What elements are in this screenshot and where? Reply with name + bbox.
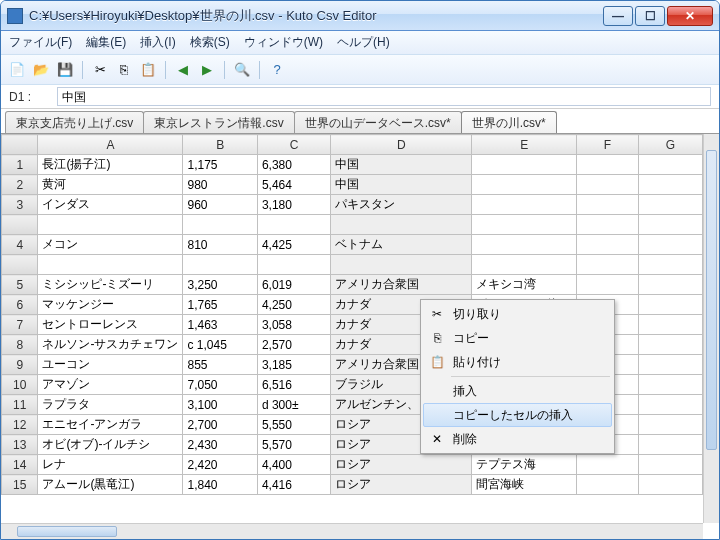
cell[interactable]: 3,180: [257, 195, 330, 215]
row-header[interactable]: [2, 215, 38, 235]
cell[interactable]: アメリカ合衆国: [331, 275, 472, 295]
row-header[interactable]: 13: [2, 435, 38, 455]
cell[interactable]: [257, 215, 330, 235]
cell[interactable]: ネルソン-サスカチェワン: [38, 335, 183, 355]
cell[interactable]: 7,050: [183, 375, 257, 395]
row-header[interactable]: 8: [2, 335, 38, 355]
cell[interactable]: [183, 215, 257, 235]
cell[interactable]: [577, 275, 639, 295]
cell[interactable]: ロシア: [331, 455, 472, 475]
cell[interactable]: [638, 295, 702, 315]
col-header[interactable]: C: [257, 135, 330, 155]
paste-icon[interactable]: 📋: [138, 60, 158, 80]
cell[interactable]: [472, 175, 577, 195]
cell[interactable]: 6,516: [257, 375, 330, 395]
cell[interactable]: 4,416: [257, 475, 330, 495]
cell[interactable]: 4,425: [257, 235, 330, 255]
cell[interactable]: [638, 335, 702, 355]
cell[interactable]: [331, 215, 472, 235]
cell[interactable]: 2,700: [183, 415, 257, 435]
row-header[interactable]: [2, 255, 38, 275]
scroll-thumb[interactable]: [706, 150, 717, 450]
cell[interactable]: 3,058: [257, 315, 330, 335]
cell[interactable]: 4,250: [257, 295, 330, 315]
cell[interactable]: [577, 455, 639, 475]
cell[interactable]: 1,765: [183, 295, 257, 315]
cell[interactable]: 960: [183, 195, 257, 215]
cell[interactable]: 1,175: [183, 155, 257, 175]
cell[interactable]: [472, 235, 577, 255]
menu-help[interactable]: ヘルプ(H): [337, 34, 390, 51]
cell[interactable]: セントローレンス: [38, 315, 183, 335]
cell[interactable]: [638, 195, 702, 215]
cell[interactable]: 3,100: [183, 395, 257, 415]
cell[interactable]: [638, 395, 702, 415]
context-item[interactable]: ✕削除: [423, 427, 612, 451]
cell[interactable]: 4,400: [257, 455, 330, 475]
row-header[interactable]: 9: [2, 355, 38, 375]
cell[interactable]: [638, 175, 702, 195]
row-header[interactable]: 3: [2, 195, 38, 215]
cell[interactable]: 長江(揚子江): [38, 155, 183, 175]
copy-icon[interactable]: ⎘: [114, 60, 134, 80]
cell[interactable]: [638, 155, 702, 175]
cell[interactable]: ミシシッピ-ミズーリ: [38, 275, 183, 295]
cell[interactable]: パキスタン: [331, 195, 472, 215]
row-header[interactable]: 11: [2, 395, 38, 415]
cell[interactable]: ベトナム: [331, 235, 472, 255]
row-header[interactable]: 6: [2, 295, 38, 315]
menu-insert[interactable]: 挿入(I): [140, 34, 175, 51]
maximize-button[interactable]: ☐: [635, 6, 665, 26]
cell[interactable]: 3,250: [183, 275, 257, 295]
context-item[interactable]: 📋貼り付け: [423, 350, 612, 374]
cell[interactable]: 5,464: [257, 175, 330, 195]
save-icon[interactable]: 💾: [55, 60, 75, 80]
cell[interactable]: [577, 255, 639, 275]
context-item[interactable]: ✂切り取り: [423, 302, 612, 326]
corner-cell[interactable]: [2, 135, 38, 155]
close-button[interactable]: ✕: [667, 6, 713, 26]
row-header[interactable]: 7: [2, 315, 38, 335]
col-header[interactable]: G: [638, 135, 702, 155]
cell[interactable]: マッケンジー: [38, 295, 183, 315]
cell[interactable]: [638, 275, 702, 295]
cell[interactable]: [638, 375, 702, 395]
cell[interactable]: [472, 255, 577, 275]
cell[interactable]: [472, 195, 577, 215]
tab-0[interactable]: 東京支店売り上げ.csv: [5, 111, 144, 133]
cell[interactable]: 6,380: [257, 155, 330, 175]
tab-1[interactable]: 東京レストラン情報.csv: [143, 111, 294, 133]
row-header[interactable]: 4: [2, 235, 38, 255]
col-header[interactable]: D: [331, 135, 472, 155]
cell[interactable]: d 300±: [257, 395, 330, 415]
context-item[interactable]: コピーしたセルの挿入: [423, 403, 612, 427]
tab-2[interactable]: 世界の山データベース.csv*: [294, 111, 462, 133]
col-header[interactable]: F: [577, 135, 639, 155]
cell[interactable]: 855: [183, 355, 257, 375]
cell[interactable]: [257, 255, 330, 275]
cell[interactable]: エニセイ-アンガラ: [38, 415, 183, 435]
row-header[interactable]: 2: [2, 175, 38, 195]
back-icon[interactable]: ◀: [173, 60, 193, 80]
cell[interactable]: [472, 215, 577, 235]
row-header[interactable]: 5: [2, 275, 38, 295]
row-header[interactable]: 12: [2, 415, 38, 435]
cell[interactable]: [183, 255, 257, 275]
open-icon[interactable]: 📂: [31, 60, 51, 80]
help-icon[interactable]: ?: [267, 60, 287, 80]
minimize-button[interactable]: —: [603, 6, 633, 26]
cell[interactable]: 間宮海峡: [472, 475, 577, 495]
scrollbar-horizontal[interactable]: [1, 523, 703, 539]
cell[interactable]: 1,840: [183, 475, 257, 495]
row-header[interactable]: 14: [2, 455, 38, 475]
cell[interactable]: [331, 255, 472, 275]
row-header[interactable]: 1: [2, 155, 38, 175]
cell[interactable]: メキシコ湾: [472, 275, 577, 295]
col-header[interactable]: E: [472, 135, 577, 155]
cell[interactable]: メコン: [38, 235, 183, 255]
cell[interactable]: ユーコン: [38, 355, 183, 375]
cell[interactable]: テプテス海: [472, 455, 577, 475]
cell[interactable]: [638, 215, 702, 235]
cell[interactable]: アマゾン: [38, 375, 183, 395]
cell[interactable]: [38, 215, 183, 235]
